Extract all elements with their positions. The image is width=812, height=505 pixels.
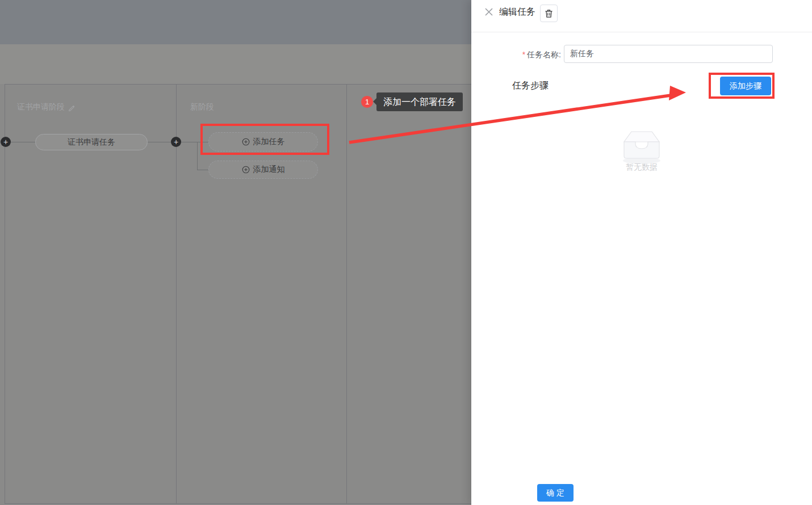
circle-plus-icon xyxy=(242,138,250,146)
close-icon[interactable] xyxy=(484,7,494,17)
tutorial-tooltip: 添加一个部署任务 xyxy=(376,92,463,111)
insert-stage-button[interactable]: + xyxy=(1,137,11,147)
stage-title-label: 新阶段 xyxy=(190,102,214,112)
add-notify-button[interactable]: 添加通知 xyxy=(208,161,318,179)
pipeline-connector xyxy=(197,170,208,170)
plus-icon: + xyxy=(174,138,178,146)
edit-task-drawer: 编辑任务 *任务名称: 任务步骤 添加步骤 暂无数据 确 定 xyxy=(471,0,812,505)
add-task-label: 添加任务 xyxy=(253,137,285,147)
confirm-button[interactable]: 确 定 xyxy=(537,484,574,502)
insert-stage-button[interactable]: + xyxy=(171,137,181,147)
step-number-badge: 1 xyxy=(361,96,373,108)
drawer-title: 编辑任务 xyxy=(499,6,535,18)
badge-number: 1 xyxy=(365,98,369,106)
stage-bottom-border xyxy=(5,503,471,504)
task-name-label: *任务名称: xyxy=(510,50,561,60)
stage-title-label: 证书申请阶段 xyxy=(17,102,65,112)
stage-title-new-stage: 新阶段 xyxy=(190,102,214,112)
plus-icon: + xyxy=(3,138,8,146)
drawer-header-divider xyxy=(471,32,812,32)
task-pill-label: 证书申请任务 xyxy=(68,137,115,148)
stage-title-cert-apply: 证书申请阶段 xyxy=(17,102,76,112)
stage-border xyxy=(346,84,347,504)
task-pill-cert-apply[interactable]: 证书申请任务 xyxy=(35,134,148,150)
stage-top-border xyxy=(5,84,471,85)
empty-box-icon xyxy=(616,127,667,167)
app-top-bar xyxy=(0,0,471,44)
tooltip-arrow-icon xyxy=(373,98,376,105)
add-task-button[interactable]: 添加任务 xyxy=(208,132,318,152)
tooltip-text: 添加一个部署任务 xyxy=(383,97,456,107)
required-asterisk: * xyxy=(522,50,525,59)
trash-icon xyxy=(545,9,553,18)
stage-border xyxy=(176,84,177,504)
task-name-input[interactable] xyxy=(564,45,773,63)
stage-border xyxy=(5,84,5,504)
delete-task-button[interactable] xyxy=(540,5,558,22)
pipeline-toolbar xyxy=(0,44,471,84)
pencil-icon[interactable] xyxy=(68,104,76,111)
empty-state-text: 暂无数据 xyxy=(608,162,676,172)
task-steps-heading: 任务步骤 xyxy=(512,80,549,92)
task-name-label-text: 任务名称: xyxy=(527,50,561,59)
add-step-button[interactable]: 添加步骤 xyxy=(720,77,771,95)
pipeline-connector xyxy=(197,142,198,170)
circle-plus-icon xyxy=(242,166,250,174)
add-notify-label: 添加通知 xyxy=(253,165,285,175)
